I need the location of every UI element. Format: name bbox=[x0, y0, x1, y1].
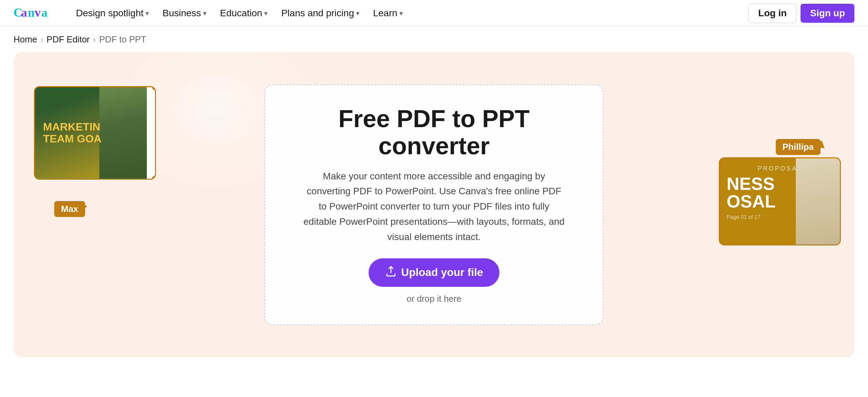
converter-box: Free PDF to PPT converter Make your cont… bbox=[264, 84, 604, 325]
right-decorative-card: ▶ Phillipa PROPOSAL NESS OSAL Page 01 of… bbox=[719, 147, 841, 245]
nav-learn-chevron: ▾ bbox=[399, 9, 403, 17]
nav-business-chevron: ▾ bbox=[203, 9, 206, 17]
nav-education-chevron: ▾ bbox=[264, 9, 268, 17]
marketing-line2: TEAM GOA bbox=[43, 133, 139, 145]
corner-handle-bl-right bbox=[719, 241, 723, 245]
converter-description: Make your content more accessible and en… bbox=[302, 169, 566, 245]
navbar: C a n v a Design spotlight ▾ Business ▾ … bbox=[0, 0, 868, 27]
nav-learn-label: Learn bbox=[373, 8, 397, 19]
phillipa-badge: Phillipa bbox=[776, 139, 821, 155]
svg-text:v: v bbox=[35, 6, 41, 19]
upload-button-label: Upload your file bbox=[401, 266, 483, 279]
hero-section: MARKETIN TEAM GOA ▶ Max Free PDF to PPT … bbox=[14, 52, 854, 357]
upload-button[interactable]: Upload your file bbox=[369, 258, 499, 287]
nav-education[interactable]: Education ▾ bbox=[215, 5, 273, 21]
login-button[interactable]: Log in bbox=[748, 3, 796, 23]
svg-text:a: a bbox=[41, 6, 47, 19]
signup-button[interactable]: Sign up bbox=[801, 4, 854, 23]
breadcrumb: Home › PDF Editor › PDF to PPT bbox=[0, 27, 868, 52]
breadcrumb-sep-2: › bbox=[93, 35, 96, 44]
canva-logo[interactable]: C a n v a bbox=[14, 6, 54, 21]
converter-title: Free PDF to PPT converter bbox=[292, 105, 576, 159]
corner-handle-br bbox=[152, 176, 156, 180]
proposal-card-photo bbox=[796, 158, 840, 244]
svg-text:a: a bbox=[21, 6, 27, 19]
nav-design-spotlight[interactable]: Design spotlight ▾ bbox=[71, 5, 154, 21]
nav-business-label: Business bbox=[162, 8, 201, 19]
nav-plans-pricing-label: Plans and pricing bbox=[281, 8, 354, 19]
proposal-card-frame: PROPOSAL NESS OSAL Page 01 of 17 bbox=[719, 157, 841, 245]
nav-design-spotlight-label: Design spotlight bbox=[76, 8, 143, 19]
nav-plans-pricing-chevron: ▾ bbox=[356, 9, 359, 17]
corner-handle-tl-right bbox=[719, 157, 723, 161]
upload-icon bbox=[385, 265, 397, 280]
marketing-card-frame: MARKETIN TEAM GOA bbox=[34, 86, 156, 180]
marketing-card-text: MARKETIN TEAM GOA bbox=[43, 121, 139, 145]
nav-business[interactable]: Business ▾ bbox=[157, 5, 212, 21]
nav-links: Design spotlight ▾ Business ▾ Education … bbox=[71, 5, 748, 21]
marketing-line1: MARKETIN bbox=[43, 121, 139, 133]
breadcrumb-sep-1: › bbox=[40, 35, 43, 44]
nav-plans-pricing[interactable]: Plans and pricing ▾ bbox=[276, 5, 365, 21]
breadcrumb-home[interactable]: Home bbox=[14, 34, 37, 45]
left-decorative-card: MARKETIN TEAM GOA ▶ Max bbox=[34, 86, 156, 200]
breadcrumb-pdf-editor[interactable]: PDF Editor bbox=[46, 34, 90, 45]
corner-handle-tr bbox=[152, 86, 156, 90]
nav-education-label: Education bbox=[220, 8, 262, 19]
nav-learn[interactable]: Learn ▾ bbox=[368, 5, 408, 21]
nav-design-spotlight-chevron: ▾ bbox=[145, 9, 149, 17]
max-badge: Max bbox=[54, 201, 85, 217]
proposal-card-content: PROPOSAL NESS OSAL Page 01 of 17 bbox=[727, 165, 833, 220]
nav-actions: Log in Sign up bbox=[748, 3, 854, 23]
breadcrumb-current: PDF to PPT bbox=[99, 34, 146, 45]
svg-text:n: n bbox=[28, 6, 35, 19]
drop-text: or drop it here bbox=[292, 294, 576, 304]
marketing-card-content: MARKETIN TEAM GOA bbox=[35, 87, 147, 179]
